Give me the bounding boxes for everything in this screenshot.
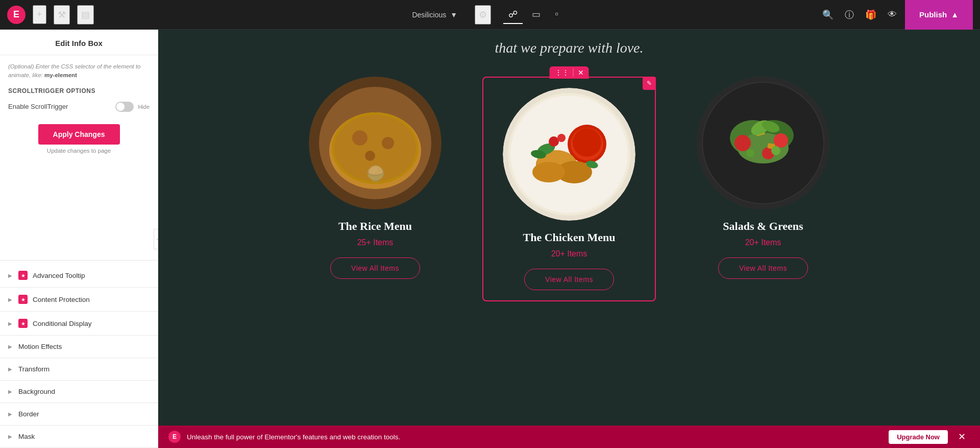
accordion-border[interactable]: ▶ Border — [0, 403, 158, 426]
canvas-area: that we prepare with love. — [158, 30, 980, 448]
accordion-label-motion-effects: Motion Effects — [18, 343, 62, 350]
accordion-arrow: ▶ — [8, 434, 12, 439]
accordion-arrow: ▶ — [8, 273, 12, 278]
panel-body: (Optional) Enter the CSS selector of the… — [0, 55, 158, 257]
scrolltrigger-label: Enable ScrollTrigger — [8, 103, 68, 110]
content-protection-icon: ★ — [18, 295, 28, 304]
accordion-header-conditional-display[interactable]: ▶ ★ Conditional Display — [0, 312, 158, 335]
gift-button[interactable]: 🎁 — [862, 6, 879, 23]
food-cards-row: 🍚 The Rice Menu 25+ Items View All Items… — [258, 77, 880, 301]
accordion-transform[interactable]: ▶ Transform — [0, 358, 158, 381]
food-card-salads[interactable]: Salads & Greens 20+ Items View All Items — [676, 77, 850, 279]
accordion-header-content-protection[interactable]: ▶ ★ Content Protection — [0, 288, 158, 311]
mobile-icon[interactable]: ▫ — [550, 6, 563, 24]
toggle-wrap: Hide — [115, 102, 150, 112]
topbar: E + ⚒ ▤ Desilicious ▼ ⚙ ☍ ▭ ▫ 🔍 ⓘ 🎁 👁 Pu… — [0, 0, 980, 30]
conditional-display-icon: ★ — [18, 319, 28, 328]
scrolltrigger-section-label: ScrollTrigger Options — [8, 87, 150, 95]
accordion-label-transform: Transform — [18, 365, 50, 373]
left-panel: Edit Info Box (Optional) Enter the CSS s… — [0, 30, 158, 448]
svg-point-18 — [532, 162, 565, 182]
svg-point-14 — [573, 128, 601, 157]
accordion-header-background[interactable]: ▶ Background — [0, 381, 158, 403]
accordion-header-transform[interactable]: ▶ Transform — [0, 358, 158, 380]
accordion-arrow: ▶ — [8, 297, 12, 302]
accordion-label-content-protection: Content Protection — [33, 296, 90, 303]
search-button[interactable]: 🔍 — [819, 6, 837, 23]
device-icons: ☍ ▭ ▫ — [503, 6, 563, 24]
accordion-advanced-tooltip[interactable]: ▶ ★ Advanced Tooltip — [0, 264, 158, 288]
accordion-header-advanced-tooltip[interactable]: ▶ ★ Advanced Tooltip — [0, 264, 158, 287]
accordion-label-mask: Mask — [18, 433, 35, 440]
accordion-background[interactable]: ▶ Background — [0, 381, 158, 403]
food-card-chicken[interactable]: ⋮⋮ ✕ ✎ — [482, 77, 656, 301]
close-toolbar-icon[interactable]: ✕ — [578, 68, 584, 77]
apply-changes-button[interactable]: Apply Changes — [38, 124, 120, 145]
accordion-conditional-display[interactable]: ▶ ★ Conditional Display — [0, 312, 158, 336]
site-settings-icon[interactable]: ⚙ — [475, 5, 491, 25]
upgrade-now-button[interactable]: Upgrade Now — [889, 430, 948, 444]
layers-icon[interactable]: ▤ — [77, 5, 94, 25]
food-card-btn-rice[interactable]: View All Items — [330, 257, 420, 279]
publish-button[interactable]: Publish ▲ — [905, 0, 973, 30]
food-card-rice[interactable]: 🍚 The Rice Menu 25+ Items View All Items — [288, 77, 462, 279]
accordion-label-conditional-display: Conditional Display — [33, 320, 92, 327]
food-card-count-rice: 25+ Items — [357, 238, 394, 247]
add-widget-button[interactable]: + — [33, 5, 46, 24]
toggle-hide-label: Hide — [138, 104, 150, 110]
food-card-count-salads: 20+ Items — [745, 238, 781, 247]
update-text: Update changes to page — [8, 148, 150, 154]
desktop-icon[interactable]: ☍ — [503, 6, 523, 24]
topbar-left: E + ⚒ ▤ — [0, 5, 158, 25]
help-button[interactable]: ⓘ — [842, 6, 857, 24]
close-notification-button[interactable]: ✕ — [954, 429, 970, 444]
food-card-img-salads — [697, 77, 829, 209]
site-name-button[interactable]: Desilicious ▼ — [407, 8, 462, 22]
accordion-label-advanced-tooltip: Advanced Tooltip — [33, 272, 85, 279]
divider — [0, 260, 158, 261]
selected-toolbar: ⋮⋮ ✕ — [550, 66, 589, 79]
page-subtitle: that we prepare with love. — [484, 40, 653, 56]
preview-button[interactable]: 👁 — [885, 6, 900, 23]
accordion-label-border: Border — [18, 410, 39, 418]
accordion-header-border[interactable]: ▶ Border — [0, 403, 158, 425]
svg-text:🍚: 🍚 — [366, 164, 385, 183]
edit-corner-icon[interactable]: ✎ — [643, 77, 656, 90]
food-card-name-chicken: The Chicken Menu — [523, 231, 616, 244]
page-inner: that we prepare with love. — [158, 30, 980, 301]
panel-collapse-handle[interactable]: ◀ — [154, 229, 158, 249]
svg-point-36 — [746, 149, 754, 157]
tablet-icon[interactable]: ▭ — [527, 6, 546, 24]
accordion-arrow: ▶ — [8, 366, 12, 372]
accordion-content-protection[interactable]: ▶ ★ Content Protection — [0, 288, 158, 312]
food-card-img-rice: 🍚 — [309, 77, 442, 209]
accordion-mask[interactable]: ▶ Mask — [0, 426, 158, 448]
publish-arrow-icon: ▲ — [951, 10, 959, 19]
food-card-count-chicken: 20+ Items — [551, 249, 587, 258]
chevron-down-icon: ▼ — [450, 11, 457, 19]
panel-title: Edit Info Box — [10, 39, 148, 48]
optional-hint: (Optional) Enter the CSS selector of the… — [8, 62, 150, 80]
publish-label: Publish — [919, 10, 947, 19]
settings-icon[interactable]: ⚒ — [54, 5, 70, 25]
food-card-btn-chicken[interactable]: View All Items — [524, 269, 614, 290]
accordion-arrow: ▶ — [8, 411, 12, 417]
notification-bar: E Unleash the full power of Elementor's … — [158, 426, 980, 448]
accordion-arrow: ▶ — [8, 389, 12, 394]
food-card-name-salads: Salads & Greens — [723, 220, 803, 233]
notification-text: Unleash the full power of Elementor's fe… — [187, 433, 883, 441]
topbar-center: Desilicious ▼ ⚙ ☍ ▭ ▫ — [158, 5, 812, 25]
svg-point-35 — [771, 146, 780, 155]
accordion-motion-effects[interactable]: ▶ Motion Effects — [0, 336, 158, 358]
panel-header: Edit Info Box — [0, 30, 158, 55]
scrolltrigger-toggle[interactable] — [115, 102, 134, 112]
accordion-header-mask[interactable]: ▶ Mask — [0, 426, 158, 447]
food-card-btn-salads[interactable]: View All Items — [718, 257, 808, 279]
accordion-header-motion-effects[interactable]: ▶ Motion Effects — [0, 336, 158, 358]
svg-point-31 — [774, 133, 788, 148]
notification-logo: E — [168, 431, 181, 443]
accordion-arrow: ▶ — [8, 321, 12, 326]
elementor-logo[interactable]: E — [7, 6, 26, 24]
toolbar-divider — [573, 68, 574, 77]
drag-icon[interactable]: ⋮⋮ — [555, 68, 569, 77]
